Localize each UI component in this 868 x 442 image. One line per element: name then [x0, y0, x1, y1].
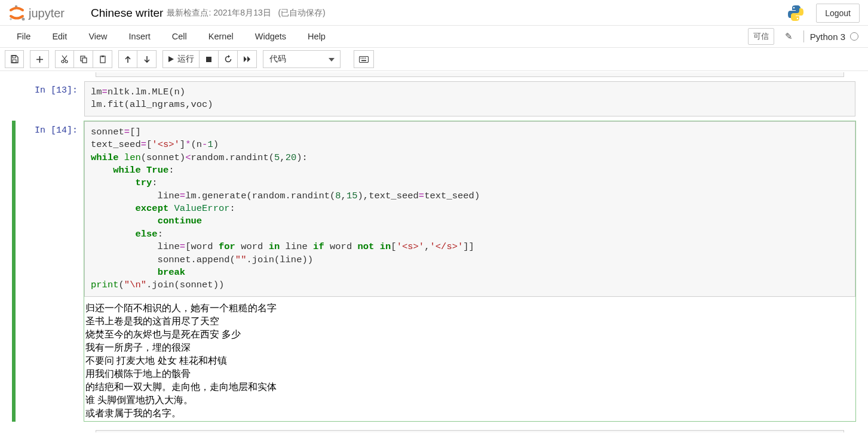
svg-rect-6	[13, 60, 16, 63]
paste-button[interactable]	[93, 50, 112, 68]
code-input[interactable]: lm=nltk.lm.MLE(n) lm.fit(all_ngrams,voc)	[84, 81, 855, 116]
run-button[interactable]: 运行	[162, 50, 200, 68]
divider	[803, 30, 804, 42]
svg-rect-10	[82, 58, 87, 63]
header: jupyter Chinese writer 最新检查点: 2021年8月13日…	[0, 0, 868, 26]
add-cell-button[interactable]	[30, 50, 49, 68]
svg-rect-16	[362, 57, 363, 59]
svg-point-1	[22, 18, 25, 21]
code-cell[interactable]: In [13]: lm=nltk.lm.MLE(n) lm.fit(all_ng…	[12, 81, 856, 117]
svg-point-7	[62, 60, 64, 63]
menu-widgets[interactable]: Widgets	[244, 26, 297, 47]
kernel-idle-icon	[850, 32, 858, 41]
code-cell-selected[interactable]: In [14]: sonnet=[] text_seed=['<s>']*(n-…	[12, 121, 856, 422]
menubar: File Edit View Insert Cell Kernel Widget…	[0, 26, 868, 48]
jupyter-logo[interactable]: jupyter	[8, 4, 80, 22]
cell-partial-below[interactable]	[96, 430, 844, 432]
cell-output: 归还一个陌不相识的人，她有一个粗糙的名字 圣书上卷是我的这首用尽了天空 烧焚至今…	[84, 297, 855, 421]
notebook-container: In [13]: lm=nltk.lm.MLE(n) lm.fit(all_ng…	[0, 71, 868, 442]
svg-rect-17	[364, 57, 365, 59]
notebook-title[interactable]: Chinese writer	[91, 7, 163, 20]
restart-button[interactable]	[219, 50, 238, 68]
svg-point-8	[65, 60, 68, 63]
cell-type-select[interactable]: 代码	[263, 50, 341, 68]
checkpoint-status: 最新检查点: 2021年8月13日 (已自动保存)	[167, 8, 325, 19]
trusted-indicator[interactable]: 可信	[748, 28, 774, 45]
svg-rect-13	[206, 57, 211, 62]
logo-text: jupyter	[28, 7, 65, 20]
svg-rect-11	[100, 56, 105, 63]
svg-rect-12	[102, 56, 104, 57]
svg-point-3	[793, 7, 795, 9]
menu-file[interactable]: File	[6, 26, 41, 47]
code-input[interactable]: sonnet=[] text_seed=['<s>']*(n-1) while …	[84, 121, 855, 297]
input-prompt: In [14]:	[12, 121, 84, 422]
menu-cell[interactable]: Cell	[161, 26, 198, 47]
kernel-name[interactable]: Python 3	[810, 32, 845, 42]
command-palette-button[interactable]	[354, 50, 374, 68]
svg-point-2	[10, 18, 12, 20]
menu-insert[interactable]: Insert	[118, 26, 161, 47]
move-down-button[interactable]	[137, 50, 157, 68]
input-prompt: In [13]:	[12, 81, 84, 117]
menu-kernel[interactable]: Kernel	[198, 26, 244, 47]
menu-help[interactable]: Help	[297, 26, 336, 47]
svg-rect-18	[365, 57, 366, 59]
restart-run-all-button[interactable]	[238, 50, 257, 68]
move-up-button[interactable]	[118, 50, 137, 68]
toolbar: 运行 代码	[0, 48, 868, 71]
logout-button[interactable]: Logout	[816, 4, 860, 23]
svg-rect-15	[361, 57, 362, 59]
menu-edit[interactable]: Edit	[41, 26, 78, 47]
save-button[interactable]	[5, 50, 24, 68]
pencil-icon[interactable]: ✎	[785, 31, 793, 42]
interrupt-button[interactable]	[200, 50, 219, 68]
cut-button[interactable]	[55, 50, 74, 68]
svg-rect-19	[361, 60, 366, 61]
python-logo-icon	[786, 4, 805, 23]
menu-view[interactable]: View	[78, 26, 118, 47]
svg-point-4	[797, 18, 799, 20]
copy-button[interactable]	[74, 50, 93, 68]
cell-partial-above[interactable]	[96, 72, 844, 77]
svg-rect-14	[360, 56, 369, 62]
